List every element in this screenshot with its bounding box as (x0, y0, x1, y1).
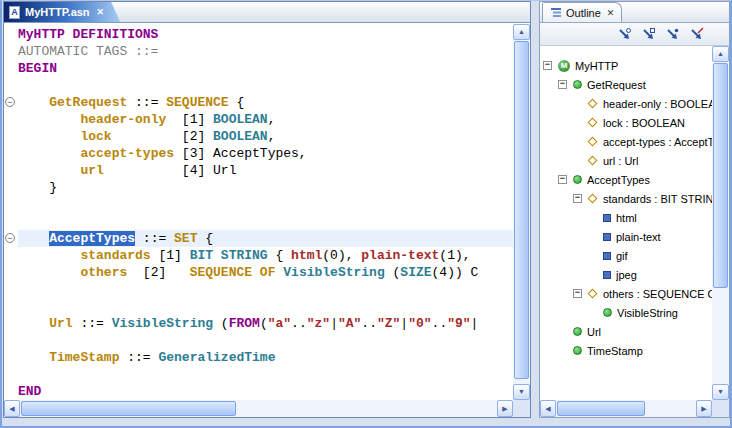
code-token: ::= (119, 350, 158, 365)
tree-collapse-icon[interactable]: − (543, 61, 552, 70)
outline-toolbar-button-3[interactable] (663, 25, 681, 43)
code-line-3[interactable]: BEGIN (18, 60, 513, 77)
editor-vertical-scrollbar[interactable]: ▲ ▼ (513, 24, 530, 400)
scroll-down-icon[interactable]: ▼ (712, 384, 729, 400)
outline-item-jpeg[interactable]: jpeg (540, 265, 712, 284)
outline-item-label: GetRequest (587, 79, 646, 91)
code-line-21[interactable] (18, 366, 513, 383)
outline-toolbar-button-2[interactable] (639, 25, 657, 43)
outline-item-gif[interactable]: gif (540, 246, 712, 265)
code-token: VisibleString (112, 316, 213, 331)
outline-item-standards-bit-string[interactable]: −standards : BIT STRING (540, 189, 712, 208)
outline-item-timestamp[interactable]: TimeStamp (540, 341, 712, 360)
fold-margin[interactable]: −− (4, 24, 16, 400)
code-line-5[interactable]: GetRequest ::= SEQUENCE { (18, 94, 513, 111)
outline-toolbar (540, 23, 729, 46)
field-icon (588, 289, 598, 299)
tree-collapse-icon[interactable]: − (558, 80, 567, 89)
editor-vscroll-thumb[interactable] (514, 41, 529, 379)
code-line-6[interactable]: header-only [1] BOOLEAN, (18, 111, 513, 128)
outline-item-accepttypes[interactable]: −AcceptTypes (540, 170, 712, 189)
code-line-17[interactable] (18, 298, 513, 315)
outline-horizontal-scrollbar[interactable]: ◀ ▶ (540, 400, 712, 417)
scroll-left-icon[interactable]: ◀ (4, 400, 20, 417)
code-line-20[interactable]: TimeStamp ::= GeneralizedTime (18, 349, 513, 366)
outline-item-html[interactable]: html (540, 208, 712, 227)
editor-tab-myhttp-asn[interactable]: A MyHTTP.asn ✕ (4, 2, 120, 22)
code-token: ( (213, 316, 229, 331)
code-token: ::= (127, 95, 166, 110)
outline-item-getrequest[interactable]: −GetRequest (540, 75, 712, 94)
outline-hscroll-thumb[interactable] (557, 401, 645, 416)
outline-tab[interactable]: Outline ✕ (542, 2, 622, 22)
outline-item-others-sequence-of[interactable]: −others : SEQUENCE OF (540, 284, 712, 303)
code-line-7[interactable]: lock [2] BOOLEAN, (18, 128, 513, 145)
scroll-right-icon[interactable]: ▶ (696, 400, 712, 417)
code-line-13[interactable]: AcceptTypes ::= SET { (18, 230, 513, 247)
code-line-19[interactable] (18, 332, 513, 349)
outline-item-header-only-boolean[interactable]: header-only : BOOLEAN (540, 94, 712, 113)
outline-vertical-scrollbar[interactable]: ▲ ▼ (712, 46, 729, 400)
code-token: (4)) C (432, 265, 479, 280)
fold-collapse-icon[interactable]: − (5, 233, 15, 243)
scroll-up-icon[interactable]: ▲ (513, 24, 530, 40)
code-token: "z" (307, 316, 330, 331)
code-token: [2] (127, 265, 189, 280)
code-token: END (18, 384, 41, 399)
scroll-right-icon[interactable]: ▶ (497, 400, 513, 417)
code-token: | (400, 316, 408, 331)
outline-item-label: jpeg (616, 269, 637, 281)
scroll-left-icon[interactable]: ◀ (540, 400, 556, 417)
tree-collapse-icon[interactable]: − (573, 289, 582, 298)
code-line-1[interactable]: MyHTTP DEFINITIONS (18, 26, 513, 43)
module-icon: M (558, 60, 570, 72)
code-line-16[interactable] (18, 281, 513, 298)
code-token: Url (49, 316, 72, 331)
code-token (18, 146, 80, 161)
code-token: SEQUENCE (166, 95, 228, 110)
tree-expander-spacer (573, 118, 586, 127)
outline-item-label: others : SEQUENCE OF (603, 288, 712, 300)
outline-item-accept-types-accepttypes[interactable]: accept-types : AcceptTypes (540, 132, 712, 151)
close-icon[interactable]: ✕ (607, 8, 615, 18)
code-line-12[interactable] (18, 213, 513, 230)
code-line-11[interactable] (18, 196, 513, 213)
code-token: ::= (135, 231, 174, 246)
outline-vscroll-thumb[interactable] (713, 63, 728, 288)
outline-item-url[interactable]: Url (540, 322, 712, 341)
fold-collapse-icon[interactable]: − (5, 97, 15, 107)
code-line-9[interactable]: url [4] Url (18, 162, 513, 179)
outline-tab-title: Outline (566, 7, 601, 19)
editor-hscroll-thumb[interactable] (21, 401, 236, 416)
outline-item-url-url[interactable]: url : Url (540, 151, 712, 170)
editor-horizontal-scrollbar[interactable]: ◀ ▶ (4, 400, 513, 417)
close-icon[interactable]: ✕ (97, 7, 105, 17)
code-token (18, 231, 49, 246)
outline-toolbar-button-1[interactable] (615, 25, 633, 43)
code-token: accept-types (80, 146, 174, 161)
scroll-down-icon[interactable]: ▼ (513, 384, 530, 400)
code-line-2[interactable]: AUTOMATIC TAGS ::= (18, 43, 513, 60)
outline-item-visiblestring[interactable]: VisibleString (540, 303, 712, 322)
outline-item-plain-text[interactable]: plain-text (540, 227, 712, 246)
code-token: "Z" (377, 316, 400, 331)
outline-item-myhttp[interactable]: −MMyHTTP (540, 56, 712, 75)
code-line-15[interactable]: others [2] SEQUENCE OF VisibleString (SI… (18, 264, 513, 281)
code-token: BOOLEAN (213, 112, 268, 127)
code-line-4[interactable] (18, 77, 513, 94)
tree-collapse-icon[interactable]: − (573, 194, 582, 203)
code-area[interactable]: MyHTTP DEFINITIONSAUTOMATIC TAGS ::=BEGI… (16, 24, 513, 400)
outline-item-lock-boolean[interactable]: lock : BOOLEAN (540, 113, 712, 132)
code-line-14[interactable]: standards [1] BIT STRING { html(0), plai… (18, 247, 513, 264)
outline-toolbar-button-4[interactable] (687, 25, 705, 43)
outline-item-label: TimeStamp (587, 345, 643, 357)
code-line-18[interactable]: Url ::= VisibleString (FROM("a".."z"|"A"… (18, 315, 513, 332)
code-line-10[interactable]: } (18, 179, 513, 196)
scroll-up-icon[interactable]: ▲ (712, 46, 729, 62)
code-line-22[interactable]: END (18, 383, 513, 400)
tree-expander-spacer (558, 346, 571, 355)
tree-collapse-icon[interactable]: − (558, 175, 567, 184)
type-icon (573, 327, 582, 336)
outline-tree[interactable]: −MMyHTTP−GetRequestheader-only : BOOLEAN… (540, 46, 712, 400)
code-line-8[interactable]: accept-types [3] AcceptTypes, (18, 145, 513, 162)
